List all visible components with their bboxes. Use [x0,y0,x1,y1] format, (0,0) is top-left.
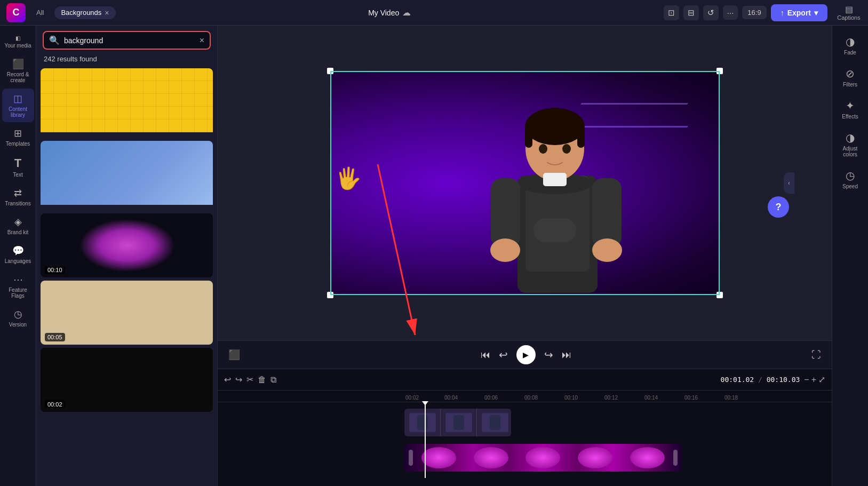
sidebar-item-transitions[interactable]: ⇄ Transitions [2,183,34,211]
export-chevron-icon: ▾ [814,9,818,17]
top-bar: C All Backgrounds × My Video ☁ ⊡ ⊟ ↺ ···… [0,0,868,26]
svg-point-9 [562,144,571,154]
svg-point-5 [525,108,585,145]
fade-icon: ◑ [846,35,855,48]
forward-5s-button[interactable]: ↪ [544,348,553,361]
sidebar-item-languages[interactable]: 💬 Languages [2,241,34,268]
help-button[interactable]: ? [768,196,789,218]
export-button[interactable]: ↑ Export ▾ [771,4,827,21]
effects-label: Effects [842,114,858,119]
timeline-toolbar: ↩ ↪ ✂ 🗑 ⧉ 00:01.02 / 00:10.03 − + ⤢ [218,369,832,391]
redo-button[interactable]: ↪ [235,375,242,385]
corner-handle-bl[interactable] [327,292,333,298]
sidebar-item-version[interactable]: ◷ Version [2,304,34,332]
languages-label: Languages [5,258,31,264]
right-item-adjust-colors[interactable]: ◑ Adjust colors [834,126,866,163]
timeline: ↩ ↪ ✂ 🗑 ⧉ 00:01.02 / 00:10.03 − + ⤢ [218,369,832,486]
zoom-out-button[interactable]: − [804,375,809,385]
track-left-handle[interactable] [409,450,413,466]
back-5s-button[interactable]: ↩ [499,348,508,361]
filters-label: Filters [843,82,857,87]
sidebar-item-feature-flags[interactable]: ⋯ Feature Flags [2,269,34,303]
sidebar-item-content-library[interactable]: ◫ Content library [2,89,34,122]
right-panel: ◑ Fade ⊘ Filters ✦ Effects ◑ Adjust colo… [832,26,868,486]
brand-icon: ◈ [14,216,22,228]
corner-handle-br[interactable] [716,292,723,298]
version-label: Version [9,322,27,328]
playhead [425,402,426,478]
video-track-row [404,407,832,439]
svg-point-12 [490,238,520,262]
sidebar-item-templates[interactable]: ⊞ Templates [2,123,34,151]
filters-icon: ⊘ [846,67,855,80]
corner-handle-tl[interactable] [327,68,333,74]
media-card-purple[interactable]: 00:10 [41,213,213,277]
sidebar-item-your-media[interactable]: ◧ Your media [2,31,34,53]
media-card-beige[interactable]: 00:05 [41,281,213,345]
text-icon: T [14,156,21,170]
delete-button[interactable]: 🗑 [258,375,266,385]
fullscreen-button[interactable]: ⛶ [811,349,821,361]
video-title: My Video ☁ [368,7,411,18]
trim-button[interactable]: ⊟ [683,5,699,20]
search-clear-button[interactable]: × [200,36,204,45]
bg-track[interactable] [404,444,682,472]
zoom-in-button[interactable]: + [811,375,816,385]
svg-rect-11 [592,178,622,248]
ruler-marks: 00:02 00:04 00:06 00:08 00:10 00:12 00:1… [404,395,765,401]
cut-button[interactable]: ✂ [246,375,253,385]
timeline-time: 00:01.02 / 00:10.03 [721,376,800,384]
bg-oval-4 [578,447,612,468]
video-thumb-1 [404,409,441,436]
svg-point-13 [592,238,622,262]
video-track[interactable] [404,409,511,436]
play-button[interactable]: ▶ [516,345,536,364]
undo-button[interactable]: ↩ [224,375,231,385]
corner-handle-tr[interactable] [716,68,723,74]
more-options-button[interactable]: ··· [723,5,738,20]
media-card-black[interactable]: 00:02 [41,348,213,412]
captions-label: Captions [836,14,862,21]
bg-oval-3 [525,447,560,468]
version-icon: ◷ [14,308,22,320]
duration-badge-black: 00:02 [45,400,65,409]
languages-icon: 💬 [12,245,24,257]
tab-close-button[interactable]: × [105,9,109,17]
fit-timeline-button[interactable]: ⤢ [818,375,825,385]
video-thumb-3 [477,409,511,436]
revert-button[interactable]: ↺ [703,5,719,20]
timeline-tracks [218,402,832,478]
media-card-blue[interactable] [41,141,213,210]
right-item-speed[interactable]: ◷ Speed [834,164,866,195]
aspect-ratio-button[interactable]: 16:9 [742,6,766,19]
speed-label: Speed [842,184,858,189]
your-media-label: Your media [4,43,31,49]
search-panel: 🔍 × 242 results found 00:10 [36,26,218,486]
bg-oval-2 [474,447,508,468]
right-item-fade[interactable]: ◑ Fade [834,30,866,61]
subtitle-button[interactable]: ⬛ [228,349,240,361]
transitions-icon: ⇄ [14,187,22,199]
sidebar-item-brand-kit[interactable]: ◈ Brand kit [2,212,34,240]
svg-rect-7 [577,126,585,148]
timeline-ruler: 00:02 00:04 00:06 00:08 00:10 00:12 00:1… [218,391,832,402]
track-right-handle[interactable] [673,450,678,466]
sidebar-item-record-create[interactable]: ⬛ Record & create [2,54,34,87]
skip-next-button[interactable]: ⏭ [562,349,571,361]
skip-back-button[interactable]: ⏮ [481,349,490,361]
export-arrow-icon: ↑ [781,9,784,17]
playhead-marker [422,401,428,405]
media-card-yellow[interactable] [41,68,213,138]
tab-backgrounds[interactable]: Backgrounds × [54,6,115,19]
right-item-effects[interactable]: ✦ Effects [834,94,866,125]
video-frame[interactable] [330,71,720,295]
right-item-filters[interactable]: ⊘ Filters [834,62,866,93]
svg-rect-10 [491,178,520,248]
collapse-panel-button[interactable]: ‹ [784,172,794,194]
crop-button[interactable]: ⊡ [664,5,679,20]
search-input[interactable] [64,36,195,45]
sidebar-item-text[interactable]: T Text [2,152,34,182]
tab-all[interactable]: All [30,6,50,19]
search-box-wrapper: 🔍 × [36,26,217,52]
duplicate-button[interactable]: ⧉ [270,375,276,385]
